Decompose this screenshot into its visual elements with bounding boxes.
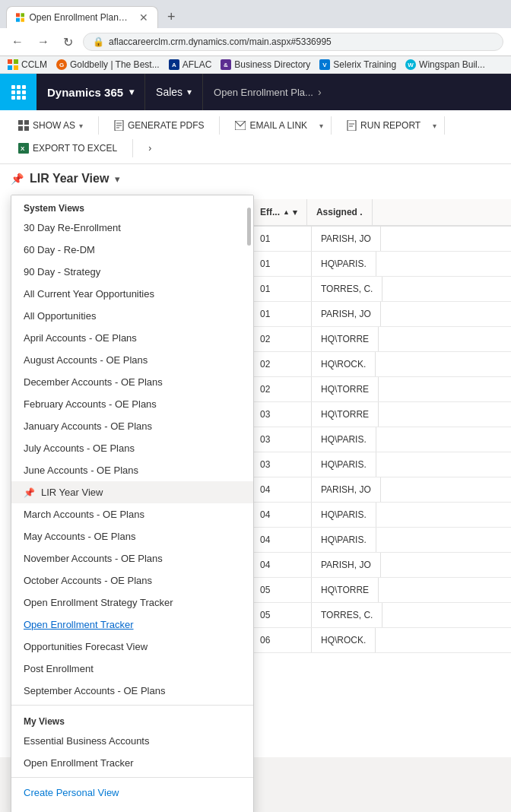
cell-eff: 02 bbox=[251, 377, 312, 401]
cell-eff: 06 bbox=[251, 628, 312, 652]
table-row[interactable]: 01 PARISH, JO bbox=[251, 227, 511, 252]
view-item-all-opp-label: All Opportunities bbox=[24, 310, 96, 322]
table-row[interactable]: 03 HQ\PARIS. bbox=[251, 452, 511, 477]
view-item-opp-forecast[interactable]: Opportunities Forecast View bbox=[11, 636, 253, 658]
email-icon bbox=[235, 121, 246, 130]
cell-eff: 04 bbox=[251, 528, 312, 552]
filter-icon[interactable]: ▾ bbox=[293, 208, 297, 217]
bookmark-selerix[interactable]: V Selerix Training bbox=[319, 59, 396, 70]
view-item-may[interactable]: May Accounts - OE Plans bbox=[11, 525, 253, 547]
col-eff-header[interactable]: Eff... ▲ ▾ bbox=[251, 199, 307, 225]
email-dropdown-icon[interactable]: ▾ bbox=[319, 122, 323, 130]
view-item-my-oe-tracker[interactable]: Open Enrollment Tracker bbox=[11, 752, 253, 774]
cell-eff: 02 bbox=[251, 352, 312, 376]
view-item-all-opp[interactable]: All Opportunities bbox=[11, 305, 253, 327]
col-assigned-header[interactable]: Assigned . bbox=[307, 199, 373, 225]
selerix-favicon: V bbox=[319, 59, 330, 70]
view-chevron-icon[interactable]: ▾ bbox=[115, 173, 120, 185]
view-item-september[interactable]: September Accounts - OE Plans bbox=[11, 680, 253, 702]
tab-close-button[interactable]: ✕ bbox=[139, 11, 148, 24]
table-row[interactable]: 01 TORRES, C. bbox=[251, 277, 511, 302]
tab-favicon bbox=[16, 11, 24, 24]
view-item-oe-tracker[interactable]: Open Enrollment Tracker bbox=[11, 614, 253, 636]
export-excel-button[interactable]: X EXPORT TO EXCEL bbox=[11, 139, 125, 157]
svg-rect-0 bbox=[16, 13, 20, 17]
refresh-button[interactable]: ↻ bbox=[59, 33, 77, 51]
table-row[interactable]: 05 TORRES, C. bbox=[251, 603, 511, 628]
new-tab-button[interactable]: + bbox=[161, 6, 182, 28]
app-name-button[interactable]: Dynamics 365 ▾ bbox=[36, 74, 145, 110]
cell-eff: 04 bbox=[251, 503, 312, 527]
save-as-new-view-item[interactable]: Save filters as new view bbox=[11, 804, 253, 812]
view-item-november[interactable]: November Accounts - OE Plans bbox=[11, 547, 253, 569]
view-item-lir[interactable]: 📌 LIR Year View bbox=[11, 481, 253, 503]
cell-assigned: HQ\PARIS. bbox=[312, 528, 376, 552]
report-dropdown-icon[interactable]: ▾ bbox=[433, 122, 436, 130]
table-row[interactable]: 01 PARISH, JO bbox=[251, 302, 511, 327]
table-row[interactable]: 04 PARISH, JO bbox=[251, 553, 511, 578]
forward-button[interactable]: → bbox=[33, 33, 53, 50]
view-item-october[interactable]: October Accounts - OE Plans bbox=[11, 569, 253, 592]
view-item-oe-strategy[interactable]: Open Enrollment Strategy Tracker bbox=[11, 592, 253, 614]
run-report-button[interactable]: RUN REPORT bbox=[339, 116, 428, 135]
view-item-april[interactable]: April Accounts - OE Plans bbox=[11, 327, 253, 349]
view-item-essential[interactable]: Essential Business Accounts bbox=[11, 730, 253, 752]
bookmark-cclm[interactable]: CCLM bbox=[8, 59, 47, 70]
waffle-icon bbox=[11, 85, 26, 100]
view-item-january[interactable]: January Accounts - OE Plans bbox=[11, 415, 253, 437]
view-item-90day-label: 90 Day - Strategy bbox=[24, 266, 100, 278]
bookmark-aflac[interactable]: A AFLAC bbox=[169, 59, 212, 70]
my-views-divider bbox=[11, 777, 253, 778]
my-views-header: My Views bbox=[11, 709, 253, 730]
back-button[interactable]: ← bbox=[8, 33, 27, 50]
table-row[interactable]: 02 HQ\TORRE bbox=[251, 327, 511, 352]
active-tab[interactable]: Open Enrollment Planning LIR Ye... ✕ bbox=[6, 6, 158, 28]
view-item-opp-forecast-label: Opportunities Forecast View bbox=[24, 641, 148, 652]
bookmark-wingspan[interactable]: W Wingspan Buil... bbox=[405, 59, 485, 70]
view-item-june[interactable]: June Accounts - OE Plans bbox=[11, 459, 253, 481]
bookmark-business[interactable]: & Business Directory bbox=[221, 59, 310, 70]
table-row[interactable]: 04 HQ\PARIS. bbox=[251, 528, 511, 553]
create-personal-view-button[interactable]: Create Personal View bbox=[11, 781, 253, 804]
view-item-60day[interactable]: 60 Day - Re-DM bbox=[11, 239, 253, 261]
view-item-90day[interactable]: 90 Day - Strategy bbox=[11, 261, 253, 283]
view-item-post-enrollment[interactable]: Post Enrollment bbox=[11, 658, 253, 680]
table-row[interactable]: 03 HQ\PARIS. bbox=[251, 427, 511, 452]
table-row[interactable]: 04 PARISH, JO bbox=[251, 477, 511, 503]
generate-pdfs-button[interactable]: GENERATE PDFS bbox=[106, 116, 211, 135]
email-link-button[interactable]: EMAIL A LINK bbox=[227, 116, 315, 135]
table-row[interactable]: 01 HQ\PARIS. bbox=[251, 252, 511, 277]
scrollbar-thumb bbox=[247, 208, 251, 246]
cell-eff: 05 bbox=[251, 603, 312, 627]
view-item-30day[interactable]: 30 Day Re-Enrollment bbox=[11, 217, 253, 239]
view-item-december[interactable]: December Accounts - OE Plans bbox=[11, 371, 253, 393]
svg-rect-27 bbox=[348, 120, 356, 131]
bookmark-goldbelly[interactable]: G Goldbelly | The Best... bbox=[56, 59, 160, 70]
view-item-60day-label: 60 Day - Re-DM bbox=[24, 244, 95, 255]
view-item-all-current[interactable]: All Current Year Opportunities bbox=[11, 283, 253, 305]
view-item-august[interactable]: August Accounts - OE Plans bbox=[11, 349, 253, 371]
cell-assigned: PARISH, JO bbox=[312, 477, 381, 502]
url-bar[interactable]: 🔒 aflaccareerclm.crm.dynamics.com/main.a… bbox=[83, 33, 503, 51]
cell-eff: 03 bbox=[251, 402, 312, 427]
view-item-february-label: February Accounts - OE Plans bbox=[24, 398, 157, 410]
more-toolbar-button[interactable]: › bbox=[141, 139, 159, 157]
table-row[interactable]: 05 HQ\TORRE bbox=[251, 578, 511, 603]
sales-module-button[interactable]: Sales ▾ bbox=[145, 74, 203, 110]
table-row[interactable]: 02 HQ\TORRE bbox=[251, 377, 511, 402]
report-icon bbox=[347, 120, 357, 131]
show-as-button[interactable]: SHOW AS ▾ bbox=[11, 116, 90, 135]
view-item-february[interactable]: February Accounts - OE Plans bbox=[11, 393, 253, 415]
dropdown-scrollbar[interactable] bbox=[247, 201, 252, 811]
view-item-july[interactable]: July Accounts - OE Plans bbox=[11, 437, 253, 459]
waffle-button[interactable] bbox=[0, 74, 36, 110]
table-row[interactable]: 03 HQ\TORRE bbox=[251, 402, 511, 427]
table-row[interactable]: 04 HQ\PARIS. bbox=[251, 503, 511, 528]
table-row[interactable]: 02 HQ\ROCK. bbox=[251, 352, 511, 377]
cell-assigned: HQ\ROCK. bbox=[312, 628, 376, 652]
table-row[interactable]: 06 HQ\ROCK. bbox=[251, 628, 511, 653]
bookmark-aflac-label: AFLAC bbox=[182, 59, 212, 70]
bookmark-business-label: Business Directory bbox=[234, 59, 310, 70]
view-item-march[interactable]: March Accounts - OE Plans bbox=[11, 503, 253, 525]
cell-assigned: HQ\PARIS. bbox=[312, 427, 376, 452]
